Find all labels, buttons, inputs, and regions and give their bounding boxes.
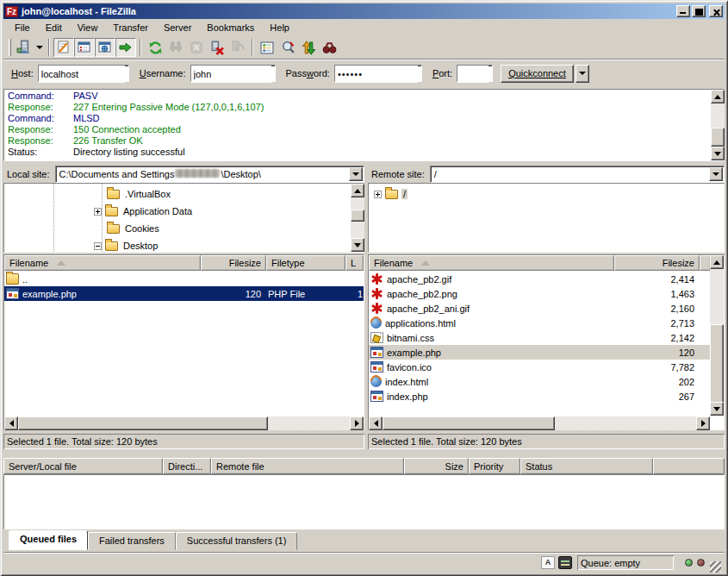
column-header-modified[interactable]: L (345, 255, 364, 271)
menu-transfer[interactable]: Transfer (105, 20, 156, 35)
file-row[interactable]: index.html 202 (369, 374, 710, 389)
collapse-icon[interactable] (94, 242, 102, 250)
password-input[interactable] (335, 66, 418, 83)
cancel-button[interactable] (186, 38, 207, 57)
file-row[interactable]: apache_pb2.gif 2,414 (369, 272, 710, 286)
column-header-filesize[interactable]: Filesize (201, 255, 266, 271)
column-header-priority[interactable]: Priority (469, 458, 520, 474)
scroll-down-button[interactable] (711, 147, 725, 160)
column-header-filename[interactable]: Filename (369, 255, 614, 271)
local-file-list[interactable]: Filename Filesize Filetype L .. example.… (3, 254, 364, 430)
tree-item-cookies[interactable]: Cookies (94, 220, 161, 237)
expand-icon[interactable] (94, 208, 102, 216)
local-list-hscrollbar[interactable] (4, 416, 364, 430)
column-header-direction[interactable]: Directi... (163, 458, 211, 474)
column-header-filename[interactable]: Filename (4, 255, 201, 271)
resize-grip[interactable] (710, 561, 721, 573)
reconnect-button[interactable] (227, 38, 248, 57)
queue-list[interactable] (3, 474, 725, 529)
file-row[interactable]: bitnami.css 2,142 (369, 330, 710, 345)
toggle-local-tree-button[interactable] (74, 38, 95, 57)
menu-view[interactable]: View (70, 20, 106, 35)
remote-path-dropdown[interactable] (709, 167, 723, 181)
site-manager-button[interactable] (14, 38, 34, 57)
scroll-up-button[interactable] (711, 90, 725, 103)
column-header-remote-file[interactable]: Remote file (211, 458, 404, 474)
menu-edit[interactable]: Edit (38, 20, 70, 35)
remote-list-hscrollbar[interactable] (369, 416, 710, 430)
column-header-status[interactable]: Status (520, 458, 653, 474)
toggle-remote-tree-button[interactable] (95, 38, 115, 57)
column-header-blank[interactable] (653, 458, 725, 474)
file-row-example-php[interactable]: example.php 120 PHP File 1 (4, 286, 364, 301)
scroll-down-button[interactable] (351, 238, 364, 252)
refresh-button[interactable] (145, 38, 165, 57)
file-row-parent[interactable]: .. (4, 272, 364, 286)
filter-button[interactable] (257, 38, 277, 57)
tab-successful-transfers[interactable]: Successful transfers (1) (176, 532, 298, 550)
tab-queued-files[interactable]: Queued files (9, 530, 88, 550)
find-files-button[interactable] (319, 38, 339, 57)
menu-server[interactable]: Server (156, 20, 199, 35)
scroll-right-button[interactable] (350, 416, 364, 430)
scroll-thumb[interactable] (711, 128, 725, 147)
expand-icon[interactable] (374, 191, 382, 198)
log-scrollbar[interactable] (711, 90, 725, 160)
tree-item-desktop[interactable]: Desktop (94, 237, 159, 253)
close-button[interactable] (709, 5, 723, 17)
tree-item-application-data[interactable]: Application Data (94, 203, 194, 220)
scroll-down-button[interactable] (710, 402, 724, 416)
scroll-thumb[interactable] (18, 416, 268, 430)
quickconnect-dropdown[interactable] (576, 65, 589, 83)
scroll-thumb[interactable] (710, 324, 724, 404)
title-bar[interactable]: Fz john@localhost - FileZilla (3, 3, 725, 19)
host-input[interactable] (39, 66, 125, 83)
maximize-button[interactable] (692, 5, 706, 17)
tab-failed-transfers[interactable]: Failed transfers (88, 532, 176, 550)
scroll-up-button[interactable] (351, 184, 364, 197)
file-row[interactable]: applications.html 2,713 (369, 316, 710, 330)
scroll-left-button[interactable] (4, 416, 18, 430)
minimize-button[interactable] (676, 5, 690, 17)
scroll-left-button[interactable] (369, 416, 383, 430)
synchronized-browsing-button[interactable] (298, 38, 319, 57)
menu-file[interactable]: File (7, 20, 38, 35)
tree-item-root[interactable]: / (374, 185, 408, 203)
scroll-thumb[interactable] (351, 210, 364, 222)
scroll-right-button[interactable] (696, 416, 710, 430)
local-path-combo[interactable]: C:\Documents and Settings\Desktop\ (55, 166, 364, 183)
message-log[interactable]: Command:PASV Response:227 Entering Passi… (3, 89, 725, 161)
toggle-message-log-button[interactable] (53, 38, 74, 57)
site-manager-dropdown[interactable] (34, 38, 45, 57)
disconnect-button[interactable] (207, 38, 227, 57)
file-row[interactable]: favicon.ico 7,782 (369, 360, 710, 374)
quickconnect-button[interactable]: Quickconnect (501, 65, 574, 83)
port-input[interactable] (457, 66, 488, 83)
column-header-filetype[interactable]: Filetype (266, 255, 345, 271)
column-header-size[interactable]: Size (404, 458, 469, 474)
tree-item-virtualbox[interactable]: .VirtualBox (94, 185, 172, 203)
file-row[interactable]: apache_pb2_ani.gif 2,160 (369, 301, 710, 316)
local-directory-tree[interactable]: .VirtualBox Application Data Cookies Des… (3, 183, 364, 253)
file-row-selected[interactable]: example.php 120 (369, 345, 710, 360)
username-input[interactable] (191, 66, 271, 83)
directory-comparison-button[interactable] (277, 38, 298, 57)
remote-list-vscrollbar[interactable] (710, 255, 724, 429)
file-row[interactable]: index.php 267 (369, 389, 710, 404)
menu-help[interactable]: Help (262, 20, 297, 35)
process-queue-button[interactable] (165, 38, 186, 57)
data-type-icon[interactable]: A (541, 556, 555, 569)
column-header-filesize[interactable]: Filesize (614, 255, 700, 271)
toggle-transfer-queue-button[interactable] (115, 38, 136, 57)
remote-file-list[interactable]: Filename Filesize apache_pb2.gif 2,414 a… (368, 254, 725, 430)
local-path-dropdown[interactable] (349, 167, 363, 181)
scroll-up-button[interactable] (710, 255, 724, 269)
speed-limit-icon[interactable] (558, 556, 572, 569)
remote-directory-tree[interactable]: / (368, 183, 725, 253)
scroll-thumb[interactable] (383, 416, 555, 430)
menu-bookmarks[interactable]: Bookmarks (199, 20, 262, 35)
remote-path-combo[interactable]: / (430, 166, 725, 183)
file-row[interactable]: apache_pb2.png 1,463 (369, 286, 710, 301)
column-header-server-local-file[interactable]: Server/Local file (3, 458, 163, 474)
local-tree-scrollbar[interactable] (351, 184, 364, 252)
